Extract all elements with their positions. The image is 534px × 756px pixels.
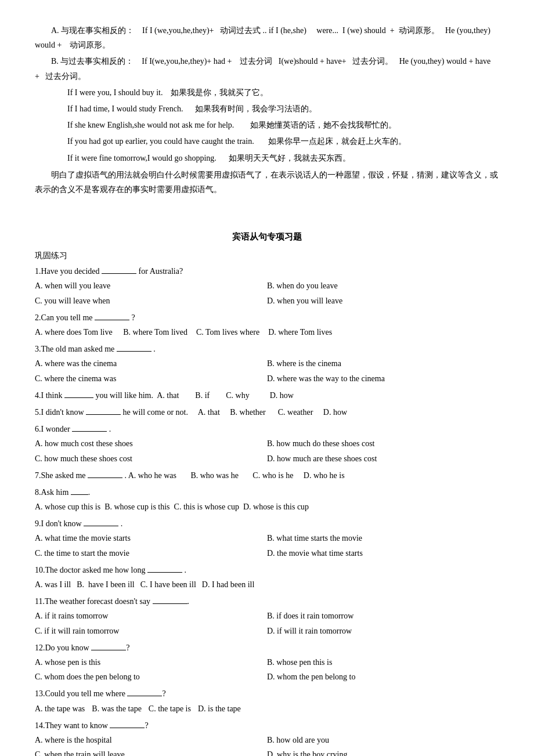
q9-option-b: B. what time starts the movie — [267, 531, 499, 545]
section-b-line: B. 与过去事实相反的： If I(we,you,he,they)+ had +… — [35, 54, 499, 83]
q1-text: 1.Have you decided for Australia? — [35, 264, 499, 278]
q10-option-a: A. was I ill — [35, 577, 71, 592]
q11-options: A. if it rains tomorrow B. if does it ra… — [35, 609, 499, 638]
q11-option-d: D. if will it rain tomorrow — [267, 624, 499, 638]
question-14: 14.They want to know ? A. where is the h… — [35, 718, 499, 756]
q11-option-c: C. if it will rain tomorrow — [35, 624, 267, 638]
q13-option-c: C. the tape is — [149, 701, 191, 716]
q10-option-c: C. I have been ill — [140, 577, 196, 592]
q14-option-c: C. when the train will leave — [35, 747, 267, 756]
q1-option-d: D. when you will leave — [267, 294, 499, 308]
example-5: If it were fine tomorrow,I would go shop… — [35, 151, 499, 165]
q6-option-a: A. how much cost these shoes — [35, 436, 267, 451]
q1-options: A. when will you leave B. when do you le… — [35, 278, 499, 308]
q2-text: 2.Can you tell me ? — [35, 310, 499, 325]
q6-option-d: D. how much are these shoes cost — [267, 451, 499, 466]
q14-option-d: D. why is the boy crying — [267, 747, 499, 756]
grammar-section: A. 与现在事实相反的： If I (we,you,he,they)+ 动词过去… — [35, 23, 499, 197]
example-4: If you had got up earlier, you could hav… — [35, 134, 499, 149]
section-b-label: B. 与过去事实相反的： If I(we,you,he,they)+ had +… — [35, 57, 490, 80]
exercise-subtitle: 巩固练习 — [35, 248, 499, 263]
q13-text: 13.Could you tell me where ? — [35, 686, 499, 701]
q10-text: 10.The doctor asked me how long . — [35, 563, 499, 577]
q2-option-c: C. Tom lives where — [196, 325, 264, 339]
question-7: 7.She asked me . A. who he was B. who wa… — [35, 468, 499, 483]
question-6: 6.I wonder . A. how much cost these shoe… — [35, 422, 499, 466]
q12-text: 12.Do you know ? — [35, 641, 499, 655]
q13-option-d: D. is the tape — [198, 701, 241, 716]
q3-option-c: C. where the cinema was — [35, 371, 267, 386]
q2-option-a: A. where does Tom live — [35, 325, 118, 339]
q12-option-b: B. whose pen this is — [267, 655, 499, 670]
q6-options: A. how much cost these shoes B. how much… — [35, 436, 499, 465]
q9-text: 9.I don't know . — [35, 516, 499, 531]
q6-option-c: C. how much these shoes cost — [35, 451, 267, 466]
section-a-label: A. 与现在事实相反的： If I (we,you,he,they)+ 动词过去… — [35, 26, 490, 49]
q12-options: A. whose pen is this B. whose pen this i… — [35, 655, 499, 684]
q13-option-b: B. was the tape — [92, 701, 142, 716]
q14-option-b: B. how old are you — [267, 733, 499, 747]
question-3: 3.The old man asked me . A. where was th… — [35, 342, 499, 386]
q12-option-a: A. whose pen is this — [35, 655, 267, 670]
q10-options: A. was I ill B. have I been ill C. I hav… — [35, 577, 499, 592]
q1-option-a: A. when will you leave — [35, 278, 267, 293]
q8-option-a: A. whose cup this is B. whose cup is thi… — [35, 502, 309, 511]
question-12: 12.Do you know ? A. whose pen is this B.… — [35, 641, 499, 685]
question-8: 8.Ask him . A. whose cup this is B. whos… — [35, 485, 499, 514]
summary-line: 明白了虚拟语气的用法就会明白什么时候需要用虚拟语气了，在表示说话人的一种愿望，假… — [35, 168, 499, 197]
section-a-line: A. 与现在事实相反的： If I (we,you,he,they)+ 动词过去… — [35, 23, 499, 52]
q8-text: 8.Ask him . — [35, 485, 499, 500]
q3-option-d: D. where was the way to the cinema — [267, 371, 499, 386]
q11-option-a: A. if it rains tomorrow — [35, 609, 267, 623]
exercise-title: 宾语从句专项习题 — [35, 229, 499, 245]
example-1: If I were you, I should buy it. 如果我是你，我就… — [35, 85, 499, 100]
q10-option-b: B. have I been ill — [77, 577, 135, 592]
q3-option-a: A. where was the cinema — [35, 356, 267, 371]
question-9: 9.I don't know . A. what time the movie … — [35, 516, 499, 560]
q2-option-b: B. where Tom lived — [123, 325, 192, 339]
q7-text: 7.She asked me . A. who he was B. who wa… — [35, 468, 499, 483]
q3-option-b: B. where is the cinema — [267, 356, 499, 371]
q14-text: 14.They want to know ? — [35, 718, 499, 733]
question-4: 4.I think you will like him. A. that B. … — [35, 388, 499, 403]
question-2: 2.Can you tell me ? A. where does Tom li… — [35, 310, 499, 339]
q9-option-c: C. the time to start the movie — [35, 546, 267, 560]
q3-options: A. where was the cinema B. where is the … — [35, 356, 499, 385]
q2-option-d: D. where Tom lives — [268, 325, 332, 339]
q4-text: 4.I think you will like him. A. that B. … — [35, 388, 499, 403]
q14-option-a: A. where is the hospital — [35, 733, 267, 747]
question-1: 1.Have you decided for Australia? A. whe… — [35, 264, 499, 308]
q3-text: 3.The old man asked me . — [35, 342, 499, 356]
q9-option-d: D. the movie what time starts — [267, 546, 499, 560]
q11-option-b: B. if does it rain tomorrow — [267, 609, 499, 623]
q9-option-a: A. what time the movie starts — [35, 531, 267, 545]
q13-options: A. the tape was B. was the tape C. the t… — [35, 701, 499, 716]
question-11: 11.The weather forecast doesn't say . A.… — [35, 594, 499, 638]
q5-text: 5.I didn't know he will come or not. A. … — [35, 405, 499, 419]
q9-options: A. what time the movie starts B. what ti… — [35, 531, 499, 560]
exercise-section: 宾语从句专项习题 巩固练习 1.Have you decided for Aus… — [35, 229, 499, 756]
q1-option-c: C. you will leave when — [35, 294, 267, 308]
q12-option-d: D. whom the pen belong to — [267, 670, 499, 684]
question-13: 13.Could you tell me where ? A. the tape… — [35, 686, 499, 715]
q2-options: A. where does Tom live B. where Tom live… — [35, 325, 499, 339]
q12-option-c: C. whom does the pen belong to — [35, 670, 267, 684]
q8-options: A. whose cup this is B. whose cup is thi… — [35, 500, 499, 514]
question-5: 5.I didn't know he will come or not. A. … — [35, 405, 499, 419]
q6-text: 6.I wonder . — [35, 422, 499, 436]
q1-option-b: B. when do you leave — [267, 278, 499, 293]
example-2: If I had time, I would study French. 如果我… — [35, 102, 499, 116]
question-10: 10.The doctor asked me how long . A. was… — [35, 563, 499, 592]
q11-text: 11.The weather forecast doesn't say . — [35, 594, 499, 609]
q14-options: A. where is the hospital B. how old are … — [35, 733, 499, 756]
q6-option-b: B. how much do these shoes cost — [267, 436, 499, 451]
example-3: If she knew English,she would not ask me… — [35, 118, 499, 132]
q10-option-d: D. I had been ill — [202, 577, 255, 592]
q13-option-a: A. the tape was — [35, 701, 85, 716]
